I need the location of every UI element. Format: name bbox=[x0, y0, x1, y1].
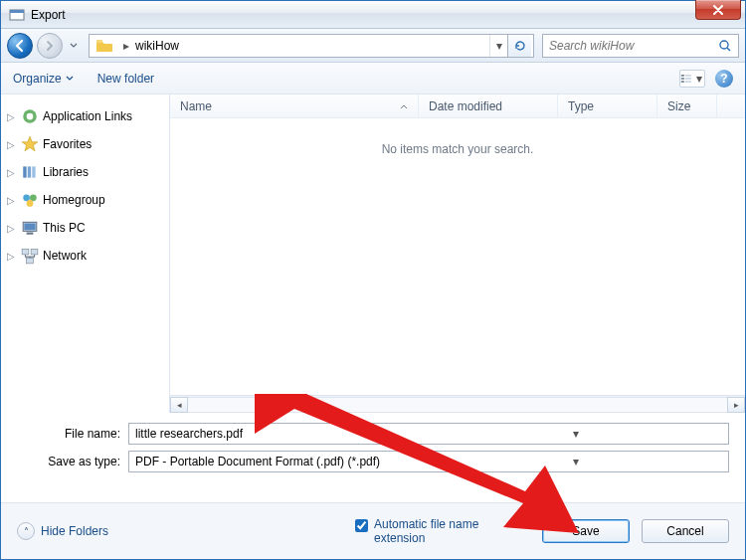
search-box[interactable] bbox=[542, 34, 739, 58]
scroll-right-button[interactable]: ▸ bbox=[727, 397, 745, 413]
svg-point-15 bbox=[23, 194, 30, 201]
folder-icon bbox=[95, 38, 113, 54]
svg-rect-8 bbox=[681, 81, 684, 83]
svg-rect-1 bbox=[10, 10, 24, 13]
filename-label: File name: bbox=[17, 427, 128, 441]
chevron-down-icon bbox=[70, 43, 78, 49]
auto-extension-label: Automatic file name extension bbox=[374, 517, 524, 545]
svg-rect-21 bbox=[22, 249, 29, 255]
network-icon bbox=[21, 248, 39, 264]
nav-tree: ▷ Application Links ▷ Favorites ▷ Librar… bbox=[1, 94, 170, 413]
svg-rect-22 bbox=[31, 249, 38, 255]
libraries-icon bbox=[21, 164, 39, 180]
save-button[interactable]: Save bbox=[542, 519, 630, 543]
hide-folders-label: Hide Folders bbox=[41, 524, 108, 538]
expand-icon[interactable]: ▷ bbox=[7, 195, 17, 206]
refresh-button[interactable] bbox=[507, 35, 531, 57]
tree-item-application-links[interactable]: ▷ Application Links bbox=[5, 102, 165, 130]
window-title: Export bbox=[31, 8, 66, 22]
homegroup-icon bbox=[21, 192, 39, 208]
filename-dropdown[interactable]: ▾ bbox=[429, 427, 722, 441]
tree-item-libraries[interactable]: ▷ Libraries bbox=[5, 158, 165, 186]
recent-dropdown[interactable] bbox=[67, 36, 81, 56]
column-size[interactable]: Size bbox=[657, 94, 717, 117]
back-arrow-icon bbox=[13, 39, 27, 53]
column-type[interactable]: Type bbox=[558, 94, 657, 117]
column-label: Date modified bbox=[429, 99, 502, 113]
filename-field[interactable]: little researchers.pdf ▾ bbox=[128, 423, 729, 445]
svg-point-3 bbox=[720, 41, 728, 49]
hide-folders-button[interactable]: ˄ Hide Folders bbox=[17, 522, 108, 540]
search-input[interactable] bbox=[549, 39, 718, 53]
expand-icon[interactable]: ▷ bbox=[7, 111, 17, 122]
help-icon: ? bbox=[720, 72, 727, 86]
tree-label: Favorites bbox=[43, 137, 92, 151]
empty-message: No items match your search. bbox=[170, 118, 745, 156]
save-label: Save bbox=[572, 524, 599, 538]
back-button[interactable] bbox=[7, 33, 33, 59]
chevron-up-icon: ˄ bbox=[17, 522, 35, 540]
scroll-left-button[interactable]: ◂ bbox=[170, 397, 188, 413]
tree-item-homegroup[interactable]: ▷ Homegroup bbox=[5, 186, 165, 214]
breadcrumb-separator: ▸ bbox=[117, 39, 135, 53]
expand-icon[interactable]: ▷ bbox=[7, 139, 17, 150]
forward-button[interactable] bbox=[37, 33, 63, 59]
cancel-label: Cancel bbox=[666, 524, 703, 538]
expand-icon[interactable]: ▷ bbox=[7, 223, 17, 234]
address-bar[interactable]: ▸ wikiHow ▾ bbox=[89, 34, 534, 58]
svg-rect-7 bbox=[685, 78, 691, 80]
tree-item-network[interactable]: ▷ Network bbox=[5, 242, 165, 270]
column-date[interactable]: Date modified bbox=[419, 94, 558, 117]
refresh-icon bbox=[513, 39, 527, 53]
svg-rect-6 bbox=[681, 78, 684, 80]
expand-icon[interactable]: ▷ bbox=[7, 251, 17, 262]
bottom-bar: ˄ Hide Folders Automatic file name exten… bbox=[1, 502, 745, 559]
svg-rect-19 bbox=[24, 224, 35, 231]
saveas-dropdown[interactable]: ▾ bbox=[429, 455, 722, 468]
toolbar: Organize New folder ▾ ? bbox=[1, 63, 745, 94]
column-label: Name bbox=[180, 99, 212, 113]
tree-item-this-pc[interactable]: ▷ This PC bbox=[5, 214, 165, 242]
expand-icon[interactable]: ▷ bbox=[7, 167, 17, 178]
svg-rect-12 bbox=[23, 166, 26, 177]
cancel-button[interactable]: Cancel bbox=[642, 519, 729, 543]
address-dropdown[interactable]: ▾ bbox=[489, 35, 507, 57]
auto-extension-checkbox[interactable]: Automatic file name extension bbox=[355, 517, 524, 545]
saveas-label: Save as type: bbox=[17, 455, 128, 468]
svg-point-16 bbox=[30, 194, 37, 201]
filename-value: little researchers.pdf bbox=[135, 427, 429, 441]
tree-label: Libraries bbox=[43, 165, 89, 179]
view-options-button[interactable]: ▾ bbox=[679, 70, 705, 88]
breadcrumb-location[interactable]: wikiHow bbox=[135, 39, 185, 53]
new-folder-button[interactable]: New folder bbox=[97, 72, 154, 86]
column-label: Size bbox=[667, 99, 690, 113]
tree-label: This PC bbox=[43, 221, 86, 235]
horizontal-scrollbar[interactable]: ◂ ▸ bbox=[170, 395, 745, 413]
auto-extension-input[interactable] bbox=[355, 519, 368, 532]
svg-rect-5 bbox=[685, 75, 691, 77]
svg-point-17 bbox=[27, 200, 34, 207]
help-button[interactable]: ? bbox=[715, 70, 733, 88]
new-folder-label: New folder bbox=[97, 72, 154, 86]
svg-rect-2 bbox=[96, 40, 102, 43]
svg-rect-9 bbox=[685, 81, 691, 83]
close-icon bbox=[712, 5, 724, 15]
tree-item-favorites[interactable]: ▷ Favorites bbox=[5, 130, 165, 158]
tree-label: Network bbox=[43, 249, 87, 263]
titlebar: Export bbox=[1, 1, 745, 29]
column-headers: Name Date modified Type Size bbox=[170, 94, 745, 118]
main-area: ▷ Application Links ▷ Favorites ▷ Librar… bbox=[1, 94, 745, 413]
organize-button[interactable]: Organize bbox=[13, 72, 74, 86]
file-list-area: Name Date modified Type Size No items ma… bbox=[170, 94, 745, 413]
star-icon bbox=[21, 136, 39, 152]
app-icon bbox=[9, 7, 25, 23]
column-label: Type bbox=[568, 99, 594, 113]
scroll-track[interactable] bbox=[188, 397, 727, 413]
app-links-icon bbox=[21, 108, 39, 124]
svg-rect-13 bbox=[28, 166, 31, 177]
saveas-field[interactable]: PDF - Portable Document Format (.pdf) (*… bbox=[128, 451, 729, 472]
column-name[interactable]: Name bbox=[170, 94, 419, 117]
close-button[interactable] bbox=[695, 0, 741, 20]
export-dialog: Export ▸ wikiHow ▾ bbox=[0, 0, 746, 560]
svg-rect-23 bbox=[27, 258, 34, 264]
